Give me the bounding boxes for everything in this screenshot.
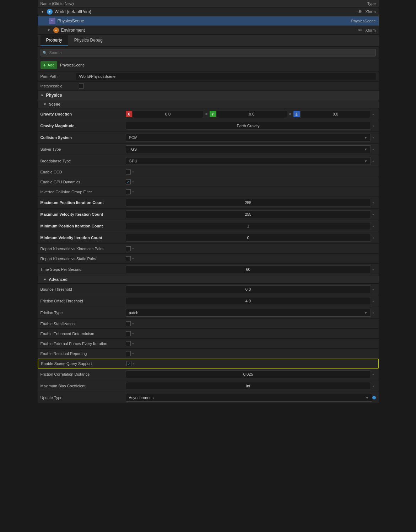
enable-gpu-dynamics-checkbox[interactable] <box>126 179 131 184</box>
gravity-magnitude-input[interactable] <box>126 123 371 129</box>
solver-type-label: Solver Type <box>40 147 126 151</box>
min-pos-iter-input[interactable] <box>126 223 371 229</box>
gravity-x-input[interactable] <box>133 111 203 117</box>
prop-min-pos-iter: Minimum Position Iteration Count ● <box>38 220 379 232</box>
tree-row-physicsscene[interactable]: ⬡ PhysicsScene PhysicsScene <box>38 16 379 26</box>
visibility-icon-world[interactable]: 👁 <box>358 9 362 15</box>
tree-row-environment[interactable]: ▼ ✦ Environment 👁 Xform <box>38 26 379 35</box>
gravity-magnitude-field[interactable] <box>126 122 371 130</box>
max-vel-iter-label: Maximum Velocity Iteration Count <box>40 212 126 216</box>
subsection-advanced[interactable]: ▼ Advanced <box>38 275 379 284</box>
z-label: Z <box>293 111 300 117</box>
gravity-y-axis: Y <box>210 110 287 118</box>
gravity-x-field[interactable] <box>133 110 203 118</box>
friction-offset-threshold-input[interactable] <box>126 298 371 304</box>
time-steps-label: Time Steps Per Second <box>40 267 126 272</box>
broadphase-type-label: Broadphase Type <box>40 159 126 163</box>
tab-physics-debug[interactable]: Physics Debug <box>69 35 108 46</box>
friction-type-dropdown[interactable]: patch ▼ <box>126 309 371 317</box>
prop-enable-gpu-dynamics: Enable GPU Dynamics ● <box>38 177 379 187</box>
friction-correlation-distance-dot: ● <box>371 373 376 376</box>
gravity-z-input[interactable] <box>301 111 371 117</box>
enable-ccd-label: Enable CCD <box>40 170 126 174</box>
enable-external-forces-checkbox[interactable] <box>126 341 131 346</box>
search-bar <box>38 47 379 59</box>
gravity-z-field[interactable] <box>301 110 371 118</box>
friction-type-arrow: ▼ <box>364 311 368 315</box>
gravity-y-field[interactable] <box>217 110 287 118</box>
maximum-bias-coefficient-field[interactable] <box>126 382 371 390</box>
visibility-icon-environment[interactable]: 👁 <box>358 28 362 33</box>
max-vel-iter-field[interactable] <box>126 210 371 218</box>
friction-offset-threshold-field[interactable] <box>126 297 371 305</box>
report-kinematic-kinematic-checkbox[interactable] <box>126 246 131 251</box>
prop-friction-offset-threshold: Friction Offset Threshold ● <box>38 295 379 307</box>
advanced-arrow: ▼ <box>43 278 47 281</box>
collapse-icon-environment[interactable]: ▼ <box>47 28 51 32</box>
add-button[interactable]: Add <box>40 61 58 69</box>
enable-external-forces-dot: ● <box>131 342 136 345</box>
maximum-bias-coefficient-input[interactable] <box>126 383 371 389</box>
gravity-magnitude-dot: ● <box>371 124 376 128</box>
inverted-collision-checkbox[interactable] <box>126 189 131 194</box>
gravity-magnitude-label: Gravity Magnitude <box>40 124 126 128</box>
max-vel-iter-input[interactable] <box>126 211 371 217</box>
instanceable-checkbox[interactable] <box>79 84 84 88</box>
bounce-threshold-field[interactable] <box>126 285 371 293</box>
time-steps-field[interactable] <box>126 265 371 273</box>
prop-friction-correlation-distance: Friction Correlation Distance ● <box>38 369 379 380</box>
report-kinematic-static-checkbox[interactable] <box>126 256 131 261</box>
enable-stabilization-checkbox[interactable] <box>126 321 131 326</box>
broadphase-type-value: GPU <box>129 159 137 163</box>
physics-arrow: ▼ <box>40 93 44 97</box>
min-pos-iter-field[interactable] <box>126 222 371 230</box>
collision-system-dropdown[interactable]: PCM ▼ <box>126 134 371 141</box>
bounce-threshold-label: Bounce Threshold <box>40 287 126 291</box>
tab-property[interactable]: Property <box>40 35 68 46</box>
search-input[interactable] <box>40 49 376 57</box>
section-physics[interactable]: ▼ Physics <box>38 91 379 100</box>
report-kinematic-static-label: Report Kinematic vs Static Pairs <box>40 257 126 261</box>
physicsscene-label: PhysicsScene <box>58 18 84 23</box>
solver-type-arrow: ▼ <box>364 147 368 151</box>
enable-residual-reporting-checkbox[interactable] <box>126 351 131 356</box>
scene-arrow: ▼ <box>43 102 47 106</box>
maximum-bias-coefficient-dot: ● <box>371 385 376 388</box>
name-column-header: Name (Old to New) <box>40 1 74 6</box>
enable-scene-query-support-checkbox[interactable] <box>126 361 131 366</box>
prop-enable-residual-reporting: Enable Residual Reporting ● <box>38 349 379 359</box>
bounce-threshold-input[interactable] <box>126 286 371 292</box>
update-type-dropdown[interactable]: Asynchronous ▼ <box>126 394 372 402</box>
solver-type-dot: ● <box>371 148 376 151</box>
time-steps-input[interactable] <box>126 266 371 273</box>
update-type-arrow: ▼ <box>366 396 369 400</box>
time-steps-dot: ● <box>371 268 376 271</box>
max-pos-iter-field[interactable] <box>126 199 371 206</box>
tree-header: Name (Old to New) Type <box>38 0 379 7</box>
report-kinematic-kinematic-label: Report Kinematic vs Kinematic Pairs <box>40 247 126 251</box>
friction-correlation-distance-label: Friction Correlation Distance <box>40 372 126 376</box>
friction-correlation-distance-input[interactable] <box>126 371 371 377</box>
subsection-scene[interactable]: ▼ Scene <box>38 100 379 108</box>
enable-gpu-dynamics-dot: ● <box>131 180 136 183</box>
collapse-icon-world[interactable]: ▼ <box>40 10 45 14</box>
min-pos-iter-label: Minimum Position Iteration Count <box>40 224 126 228</box>
min-vel-iter-field[interactable] <box>126 234 371 242</box>
environment-type: Xform <box>365 28 376 32</box>
tree-row-world[interactable]: ▼ ✦ World (defaultPrim) 👁 Xform <box>38 7 379 16</box>
prop-gravity-direction: Gravity Direction X Y Z <box>38 108 379 120</box>
solver-type-dropdown[interactable]: TGS ▼ <box>126 145 371 153</box>
broadphase-type-dropdown[interactable]: GPU ▼ <box>126 157 371 165</box>
max-pos-iter-input[interactable] <box>126 199 371 206</box>
gravity-y-input[interactable] <box>217 111 287 117</box>
enable-ccd-checkbox[interactable] <box>126 170 131 174</box>
add-row: Add PhysicsScene <box>38 59 379 71</box>
axis-dot-2 <box>289 113 291 115</box>
min-vel-iter-label: Minimum Velocity Iteration Count <box>40 236 126 240</box>
enable-stabilization-label: Enable Stabilization <box>40 322 126 326</box>
prim-path-value: /World/PhysicsScene <box>76 73 376 80</box>
enable-enhanced-determinism-checkbox[interactable] <box>126 331 131 336</box>
min-vel-iter-input[interactable] <box>126 235 371 241</box>
friction-correlation-distance-field[interactable] <box>126 370 371 378</box>
update-type-blue-dot <box>372 396 376 399</box>
